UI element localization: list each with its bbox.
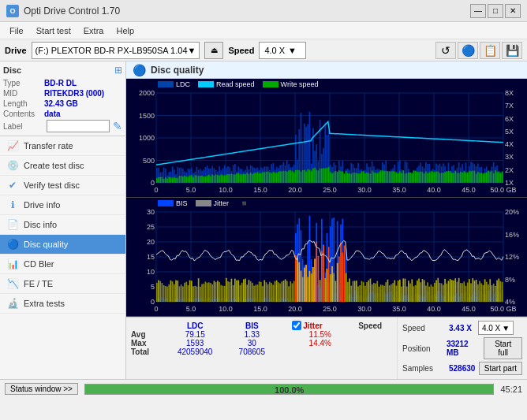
create-test-disc-icon: 💿 [6,160,19,171]
max-bis: 30 [227,339,276,348]
contents-label: Contents [3,110,44,118]
stats-right: Speed 3.43 X 4.0 X ▼ Position 33212 MB S… [397,318,527,379]
drive-row: Drive (F:) PLEXTOR BD-R PX-LB950SA 1.04 … [0,39,527,61]
start-full-button[interactable]: Start full [484,337,522,359]
progress-container: 100.0% [84,384,495,395]
chart1-legend: LDC Read speed Write speed [158,80,318,88]
total-label: Total [131,348,163,356]
col-bis: BIS [227,321,276,330]
maximize-button[interactable]: □ [488,4,503,18]
avg-bis: 1.33 [227,330,276,339]
label-icon[interactable]: ✎ [113,120,122,132]
legend-bis: BIS [158,199,188,207]
read-speed-label: Read speed [216,80,255,88]
drive-dropdown[interactable]: (F:) PLEXTOR BD-R PX-LB950SA 1.04 ▼ [32,42,200,59]
sidebar-item-label: FE / TE [24,279,53,288]
toolbar-icon-4[interactable]: 💾 [502,42,522,59]
extra-tests-icon: 🔬 [6,298,19,309]
read-speed-color [198,81,214,87]
type-value: BD-R DL [44,79,77,87]
label-input[interactable] [47,120,110,132]
menu-help[interactable]: Help [110,24,140,37]
sidebar-item-fe-te[interactable]: 📉 FE / TE [0,274,125,294]
sidebar-item-verify-test-disc[interactable]: ✔ Verify test disc [0,176,125,195]
sidebar: Disc ⊞ Type BD-R DL MID RITEKDR3 (000) L… [0,61,126,379]
speed-stat-value: 3.43 X [449,324,472,333]
toolbar-icon-3[interactable]: 📋 [480,42,500,59]
jitter-col-label: Jitter [303,322,322,330]
mid-label: MID [3,89,44,98]
max-jitter: 14.4% [292,339,348,348]
sidebar-item-create-test-disc[interactable]: 💿 Create test disc [0,156,125,176]
chart1: LDC Read speed Write speed [126,79,527,198]
app-title: Opti Drive Control 1.70 [24,6,120,17]
jitter-checkbox[interactable] [292,321,301,330]
nav-items: 📈 Transfer rate 💿 Create test disc ✔ Ver… [0,136,125,379]
disc-info-expand-icon[interactable]: ⊞ [114,65,122,76]
eject-button[interactable]: ⏏ [204,42,223,59]
toolbar-icon-2[interactable]: 🔵 [458,42,478,59]
progress-text: 100.0% [85,385,494,396]
close-button[interactable]: ✕ [505,4,521,18]
stats-table-area: LDC BIS Jitter Speed [126,318,397,379]
total-bis: 708605 [227,348,276,356]
jitter-checkbox-cell: Jitter [292,321,348,330]
progress-bar-background: 100.0% [84,384,495,395]
avg-jitter: 11.5% [292,330,348,339]
content-area: 🔵 Disc quality LDC Read speed [126,61,527,379]
menu-extra[interactable]: Extra [77,24,110,37]
window-controls[interactable]: — □ ✕ [470,4,521,18]
sidebar-item-label: Transfer rate [24,141,73,151]
transfer-rate-icon: 📈 [6,140,19,151]
menu-start-test[interactable]: Start test [30,24,77,37]
contents-value: data [44,110,61,118]
position-value: 33212 MB [447,340,481,357]
drive-info-icon: ℹ [6,199,19,210]
legend-jitter: Jitter [196,199,230,207]
speed-dropdown[interactable]: 4.0 X ▼ [259,42,306,59]
total-row: Total 42059040 708605 [131,348,392,356]
toolbar-icon-1[interactable]: ↺ [435,42,456,59]
sidebar-item-extra-tests[interactable]: 🔬 Extra tests [0,294,125,314]
stats-table: LDC BIS Jitter Speed [131,321,392,356]
content-title: Disc quality [151,65,204,76]
max-row: Max 1593 30 14.4% [131,339,392,348]
status-window-button[interactable]: Status window >> [5,383,78,395]
sidebar-item-disc-info[interactable]: 📄 Disc info [0,215,125,235]
status-time: 45:21 [500,385,522,394]
sidebar-item-label: Extra tests [24,299,65,308]
menu-file[interactable]: File [3,24,30,37]
samples-label: Samples [402,364,446,373]
main-container: Disc ⊞ Type BD-R DL MID RITEKDR3 (000) L… [0,61,527,379]
ldc-color [158,81,174,87]
disc-quality-icon: 🔵 [6,239,19,250]
max-ldc: 1593 [163,339,227,348]
chart1-canvas [126,79,527,197]
avg-label: Avg [131,330,163,339]
sidebar-item-label: Disc quality [24,240,68,249]
avg-row: Avg 79.15 1.33 11.5% [131,330,392,339]
fe-te-icon: 📉 [6,278,19,289]
minimize-button[interactable]: — [470,4,486,18]
sidebar-item-drive-info[interactable]: ℹ Drive info [0,195,125,215]
content-header-icon: 🔵 [133,64,146,76]
verify-test-disc-icon: ✔ [6,180,19,191]
menu-bar: File Start test Extra Help [0,22,527,39]
samples-row: Samples 528630 Start part [402,362,522,375]
chart2-canvas [126,198,527,316]
write-speed-label: Write speed [281,80,319,88]
speed-select-dropdown[interactable]: 4.0 X ▼ [478,321,514,335]
length-label: Length [3,99,44,108]
samples-value: 528630 [449,364,475,373]
title-bar: O Opti Drive Control 1.70 — □ ✕ [0,0,527,22]
start-part-button[interactable]: Start part [479,362,522,375]
max-label: Max [131,339,163,348]
write-speed-color [263,81,278,87]
disc-info-icon: 📄 [6,219,19,230]
sidebar-item-transfer-rate[interactable]: 📈 Transfer rate [0,136,125,156]
sidebar-item-cd-bler[interactable]: 📊 CD Bler [0,255,125,274]
sidebar-item-label: Drive info [24,200,60,210]
cd-bler-icon: 📊 [6,258,19,269]
sidebar-item-disc-quality[interactable]: 🔵 Disc quality [0,235,125,255]
speed-row: Speed 3.43 X 4.0 X ▼ [402,321,522,335]
